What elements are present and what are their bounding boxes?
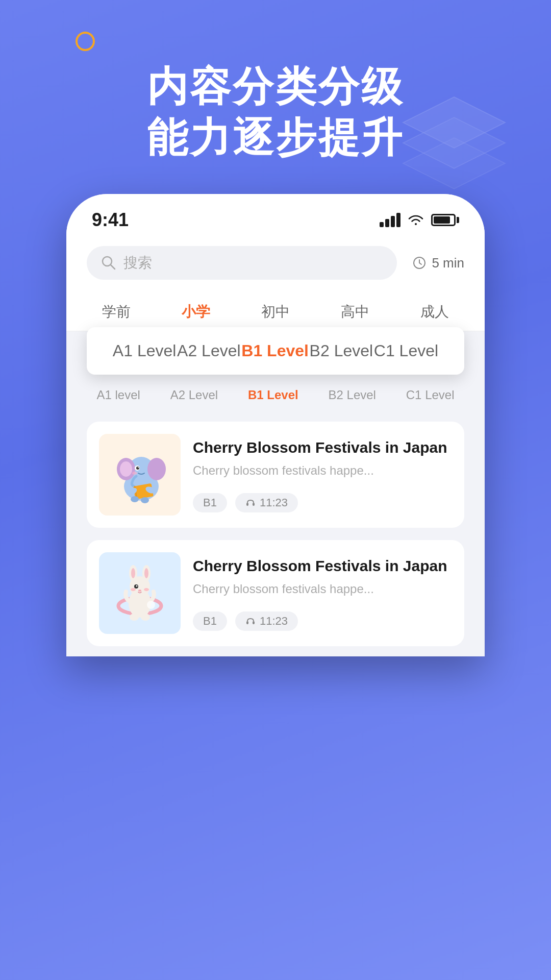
search-bar[interactable]: 搜索: [87, 246, 397, 280]
svg-rect-22: [253, 503, 255, 506]
content-card-1[interactable]: Cherry Blossom Festivals in Japan Cherry…: [87, 422, 464, 528]
hero-line1: 内容分类分级: [0, 61, 551, 112]
svg-point-18: [131, 496, 139, 502]
content-list: Cherry Blossom Festivals in Japan Cherry…: [66, 411, 485, 656]
phone-mockup: 9:41: [0, 194, 551, 656]
svg-point-34: [138, 590, 141, 592]
level-tab-b1[interactable]: B1 Level: [241, 341, 309, 360]
card-title-2: Cherry Blossom Festivals in Japan: [193, 555, 452, 577]
battery-icon: [431, 214, 459, 226]
level-popup: A1 Level A2 Level B1 Level B2 Level C1 L…: [87, 327, 464, 375]
level-tab-b2[interactable]: B2 Level: [310, 341, 373, 360]
level-subtabs: A1 level A2 Level B1 Level B2 Level C1 L…: [66, 379, 485, 411]
status-bar: 9:41: [66, 194, 485, 241]
card-tags-2: B1 11:23: [193, 611, 452, 631]
content-card-2[interactable]: Cherry Blossom Festivals in Japan Cherry…: [87, 540, 464, 646]
svg-rect-38: [246, 621, 248, 624]
cat-tab-elementary[interactable]: 小学: [171, 295, 220, 331]
card-content-2: Cherry Blossom Festivals in Japan Cherry…: [193, 552, 452, 634]
svg-point-37: [147, 601, 155, 609]
svg-rect-39: [253, 621, 255, 624]
category-tabs: 学前 小学 初中 高中 成人: [66, 290, 485, 331]
search-icon: [101, 255, 116, 271]
tag-level-1: B1: [193, 493, 227, 512]
cat-tab-middle[interactable]: 初中: [251, 295, 300, 331]
tag-level-2: B1: [193, 611, 227, 631]
wifi-icon: [408, 214, 424, 226]
status-icons: [380, 213, 459, 227]
hero-line2: 能力逐步提升: [0, 112, 551, 163]
svg-point-32: [131, 588, 136, 591]
bunny-illustration: [107, 560, 173, 626]
clock-icon: [412, 256, 427, 270]
svg-point-10: [147, 458, 166, 480]
svg-point-36: [141, 614, 150, 621]
svg-point-20: [132, 472, 137, 475]
cat-tab-preschool[interactable]: 学前: [92, 295, 141, 331]
svg-point-12: [136, 467, 139, 470]
svg-point-29: [144, 568, 148, 578]
hero-section: 内容分类分级 能力逐步提升: [0, 0, 551, 184]
card-tags-1: B1 11:23: [193, 493, 452, 512]
svg-point-13: [138, 467, 139, 468]
subtab-b2[interactable]: B2 Level: [329, 388, 376, 402]
svg-point-35: [130, 614, 139, 621]
cat-tab-adult[interactable]: 成人: [410, 295, 459, 331]
elephant-illustration: [107, 442, 173, 508]
card-content-1: Cherry Blossom Festivals in Japan Cherry…: [193, 434, 452, 516]
search-placeholder: 搜索: [123, 253, 152, 273]
subtab-b1[interactable]: B1 Level: [248, 388, 298, 402]
time-filter[interactable]: 5 min: [412, 255, 464, 271]
status-time: 9:41: [92, 209, 129, 231]
cat-tab-high[interactable]: 高中: [331, 295, 380, 331]
signal-icon: [380, 213, 400, 227]
subtab-a2[interactable]: A2 Level: [170, 388, 218, 402]
time-filter-label: 5 min: [432, 255, 464, 271]
svg-point-27: [131, 568, 135, 578]
tag-duration-1: 11:23: [235, 493, 298, 512]
card-desc-1: Cherry blossom festivals happe...: [193, 463, 452, 478]
level-tab-c1[interactable]: C1 Level: [374, 341, 438, 360]
level-tab-a1[interactable]: A1 Level: [113, 341, 177, 360]
svg-rect-21: [246, 503, 248, 506]
card-thumbnail-1: [99, 434, 181, 516]
search-row: 搜索 5 min: [66, 241, 485, 290]
card-thumbnail-2: [99, 552, 181, 634]
tag-duration-2: 11:23: [235, 611, 298, 631]
headphone-icon-2: [245, 616, 256, 626]
level-tab-a2[interactable]: A2 Level: [177, 341, 241, 360]
phone-frame: 9:41: [66, 194, 485, 656]
svg-line-4: [111, 265, 115, 269]
card-title-1: Cherry Blossom Festivals in Japan: [193, 437, 452, 458]
svg-point-19: [141, 497, 149, 503]
svg-point-31: [136, 585, 138, 587]
svg-point-9: [120, 461, 132, 477]
svg-point-33: [144, 588, 149, 591]
subtab-a1[interactable]: A1 level: [96, 388, 140, 402]
subtab-c1[interactable]: C1 Level: [406, 388, 455, 402]
headphone-icon-1: [245, 498, 256, 508]
card-desc-2: Cherry blossom festivals happe...: [193, 582, 452, 596]
